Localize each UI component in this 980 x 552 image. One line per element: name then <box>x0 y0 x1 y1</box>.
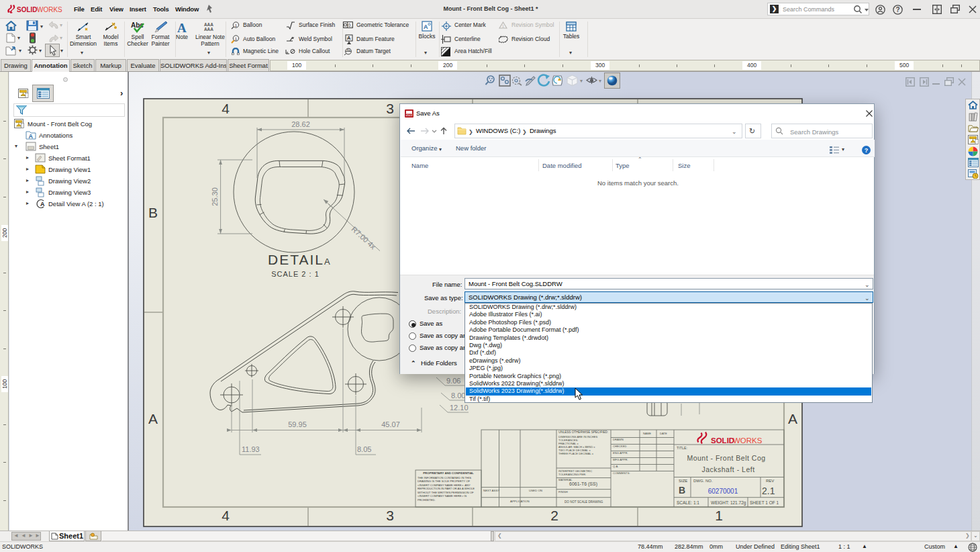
svg-text:REV: REV <box>766 479 774 483</box>
svg-text:SOLID: SOLID <box>17 6 38 13</box>
svg-text:0.1: 0.1 <box>348 23 353 28</box>
svg-text:A: A <box>40 201 45 208</box>
svg-text:1: 1 <box>235 24 238 28</box>
svg-text:4: 4 <box>222 101 230 116</box>
svg-text:28.62: 28.62 <box>291 120 310 128</box>
svg-text:60270001: 60270001 <box>708 488 738 495</box>
svg-text:Q.A.: Q.A. <box>613 465 618 468</box>
svg-text:THREE PLACE DECIMAL ±: THREE PLACE DECIMAL ± <box>558 452 594 455</box>
svg-text:NAME: NAME <box>643 432 651 435</box>
svg-text:2: 2 <box>550 508 558 523</box>
svg-text:8.05: 8.05 <box>357 445 371 453</box>
svg-text:CHECKED: CHECKED <box>613 445 626 448</box>
svg-text:59.95: 59.95 <box>288 420 307 428</box>
svg-text:9.06: 9.06 <box>446 377 460 385</box>
svg-text:ENG APPR.: ENG APPR. <box>613 451 628 455</box>
svg-text:SHEET 1 OF 1: SHEET 1 OF 1 <box>750 500 779 505</box>
svg-text:REPRODUCTION IN PART OR AS A W: REPRODUCTION IN PART OR AS A WHOLE <box>418 487 475 490</box>
svg-text:PROHIBITED.: PROHIBITED. <box>418 498 436 502</box>
svg-text:Jackshaft - Left: Jackshaft - Left <box>701 465 754 473</box>
svg-text:APPLICATION: APPLICATION <box>510 500 530 503</box>
svg-text:USED ON: USED ON <box>529 489 542 492</box>
svg-text:WORKS: WORKS <box>733 436 763 445</box>
svg-text:DRAWN: DRAWN <box>613 438 624 441</box>
svg-text:3: 3 <box>386 101 394 116</box>
svg-text:SCALE: 1:1: SCALE: 1:1 <box>677 500 699 505</box>
svg-text:UNLESS OTHERWISE SPECIFIED:: UNLESS OTHERWISE SPECIFIED: <box>558 430 608 434</box>
svg-text:AAA: AAA <box>204 27 213 31</box>
svg-text:TITLE:: TITLE: <box>677 446 687 450</box>
svg-text:<INSERT COMPANY NAME HERE>. A: <INSERT COMPANY NAME HERE>. ANY <box>418 484 471 487</box>
svg-text:11.93: 11.93 <box>242 445 260 453</box>
svg-text:1: 1 <box>235 37 238 41</box>
svg-text:DATE: DATE <box>660 432 667 435</box>
svg-text:25.30: 25.30 <box>211 187 219 206</box>
svg-text:WEIGHT: 121.72g: WEIGHT: 121.72g <box>711 500 746 506</box>
svg-text:DRAWING IS THE SOLE PROPERTY O: DRAWING IS THE SOLE PROPERTY OF <box>418 479 470 483</box>
svg-text:DO NOT SCALE DRAWING: DO NOT SCALE DRAWING <box>565 500 603 504</box>
svg-text:NEXT ASSY: NEXT ASSY <box>483 489 499 492</box>
svg-text:A: A <box>424 24 428 30</box>
svg-text:3: 3 <box>386 508 394 523</box>
svg-text:1: 1 <box>502 24 505 28</box>
svg-text:?: ? <box>895 6 899 13</box>
svg-text:SIZE: SIZE <box>679 479 687 483</box>
svg-text:WORKS: WORKS <box>37 6 62 13</box>
svg-text:A1: A1 <box>347 48 351 52</box>
svg-text:DETAIL: DETAIL <box>268 252 324 267</box>
svg-text:THE INFORMATION CONTAINED IN T: THE INFORMATION CONTAINED IN THIS <box>418 476 471 479</box>
svg-text:1: 1 <box>715 508 723 523</box>
svg-text:?: ? <box>865 147 869 154</box>
svg-text:B: B <box>679 485 685 496</box>
svg-text:8.00: 8.00 <box>451 392 465 400</box>
svg-text:COMMENTS:: COMMENTS: <box>613 471 630 475</box>
svg-text:FINISH: FINISH <box>558 490 568 494</box>
svg-text:PROPRIETARY AND CONFIDENTIAL: PROPRIETARY AND CONFIDENTIAL <box>423 471 474 475</box>
svg-text:12.10: 12.10 <box>450 404 469 412</box>
svg-text:A: A <box>347 35 351 41</box>
svg-text:A: A <box>29 133 34 140</box>
svg-text:Mount - Front Belt Cog: Mount - Front Belt Cog <box>687 454 765 462</box>
svg-text:4: 4 <box>222 508 230 523</box>
svg-text:MFG APPR.: MFG APPR. <box>613 458 628 461</box>
svg-text:2.1: 2.1 <box>762 486 775 496</box>
svg-text:A: A <box>324 257 330 267</box>
svg-text:TOLERANCING PER:: TOLERANCING PER: <box>558 473 586 476</box>
svg-text:A: A <box>148 411 158 426</box>
svg-text:DWG. NO.: DWG. NO. <box>693 479 713 483</box>
svg-text:WITHOUT THE WRITTEN PERMISSION: WITHOUT THE WRITTEN PERMISSION OF <box>418 491 474 494</box>
svg-text:B: B <box>148 205 158 220</box>
svg-text:SOLID: SOLID <box>711 436 734 445</box>
svg-text:45.07: 45.07 <box>381 420 400 428</box>
svg-text:6061-T6 (SS): 6061-T6 (SS) <box>569 481 597 487</box>
svg-text:2023: 2023 <box>405 113 413 117</box>
svg-text:<INSERT COMPANY NAME HERE> IS: <INSERT COMPANY NAME HERE> IS <box>418 494 467 498</box>
svg-text:SCALE 2 : 1: SCALE 2 : 1 <box>271 270 320 278</box>
svg-text:A: A <box>788 411 797 426</box>
